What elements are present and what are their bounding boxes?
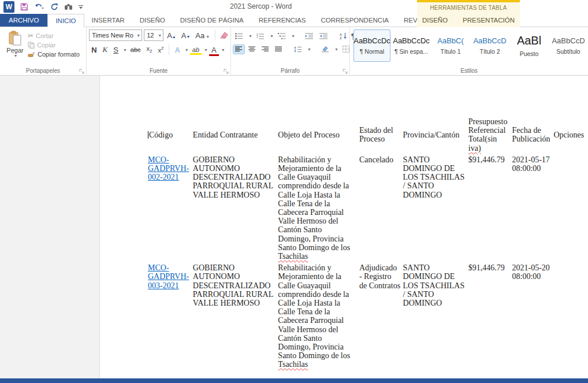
misspelled-word: iva) xyxy=(468,144,481,153)
increase-indent-icon[interactable] xyxy=(318,32,330,40)
find-icon[interactable] xyxy=(64,1,73,13)
shading-icon[interactable] xyxy=(319,44,331,54)
style-puesto[interactable]: AaBl Puesto xyxy=(511,29,548,62)
font-group-label: Fuente xyxy=(87,68,230,74)
tab-diseno[interactable]: DISEÑO xyxy=(132,14,173,27)
header-objeto: Objeto del Proceso xyxy=(278,117,359,153)
style-subtitulo[interactable]: AaBbCcD Subtítulo xyxy=(550,29,587,62)
underline-dropdown-icon[interactable]: ▼ xyxy=(123,48,127,52)
group-portapapeles: Pegar ▼ ✂ Cortar Copiar Copiar formato P… xyxy=(0,27,87,75)
italic-button[interactable]: K xyxy=(101,45,110,54)
subscript-button[interactable]: x2 xyxy=(144,45,155,54)
table-row: MCO-GADPRVH-002-2021 GOBIERNO AUTONOMO D… xyxy=(148,153,588,261)
table-row: MCO-GADPRVH-003-2021 GOBIERNO AUTONOMO D… xyxy=(148,261,588,369)
tab-diseno-de-pagina[interactable]: DISEÑO DE PÁGINA xyxy=(173,14,251,27)
tab-inicio[interactable]: INICIO xyxy=(47,14,84,27)
style-sin-espaciado[interactable]: AaBbCcDc ¶ Sin espa... xyxy=(393,29,430,62)
sort-icon[interactable]: AZ xyxy=(338,31,349,40)
redo-icon[interactable] xyxy=(50,1,58,13)
cell-presupuesto: $91,446.79 xyxy=(468,153,512,261)
underline-button[interactable]: S xyxy=(111,46,121,54)
decrease-indent-icon[interactable] xyxy=(303,32,315,40)
multilevel-list-icon[interactable] xyxy=(276,32,288,40)
header-codigo: Código xyxy=(148,117,193,153)
font-name-dropdown-icon: ▼ xyxy=(136,34,140,38)
paragraph-dialog-launcher-icon[interactable] xyxy=(343,69,348,74)
superscript-button[interactable]: x2 xyxy=(156,46,166,54)
copy-button[interactable]: Copiar xyxy=(28,42,80,49)
header-estado: Estado del Proceso xyxy=(359,117,403,153)
cell-fecha: 2021-05-17 08:00:00 xyxy=(512,153,554,261)
header-provincia: Provincia/Cantón xyxy=(403,117,468,153)
process-link[interactable]: MCO-GADPRVH-003-2021 xyxy=(148,263,189,289)
tab-archivo[interactable]: ARCHIVO xyxy=(0,14,47,27)
contextual-tabs: DISEÑO PRESENTACIÓN xyxy=(417,14,520,27)
text-effects-icon[interactable]: A xyxy=(172,46,182,54)
shrink-font-button[interactable]: A▼ xyxy=(180,31,192,40)
numbering-icon[interactable]: 12 xyxy=(255,32,266,40)
cell-provincia: SANTO DOMINGO DE LOS TSACHILAS / SANTO D… xyxy=(403,261,468,369)
justify-button[interactable] xyxy=(273,45,284,54)
font-dialog-launcher-icon[interactable] xyxy=(224,69,229,74)
cell-entidad: GOBIERNO AUTONOMO DESCENTRALIZADO PARROQ… xyxy=(193,153,278,261)
align-right-button[interactable] xyxy=(260,45,271,54)
status-bar xyxy=(0,378,588,383)
format-painter-button[interactable]: Copiar formato xyxy=(28,50,80,58)
cell-presupuesto: $91,446.79 xyxy=(468,261,512,369)
tab-insertar[interactable]: INSERTAR xyxy=(84,14,132,27)
tab-referencias[interactable]: REFERENCIAS xyxy=(251,14,314,27)
ribbon: Pegar ▼ ✂ Cortar Copiar Copiar formato P… xyxy=(0,27,588,76)
bullets-icon[interactable] xyxy=(233,32,245,40)
cell-fecha: 2021-05-20 08:00:00 xyxy=(512,261,554,369)
cell-opciones xyxy=(553,261,588,369)
change-case-button[interactable]: Aa▼ xyxy=(193,31,211,40)
document-area: Código Entidad Contratante Objeto del Pr… xyxy=(0,76,588,378)
style-titulo-2[interactable]: AaBbCcD Título 2 xyxy=(471,29,508,62)
bold-button[interactable]: N xyxy=(89,46,99,54)
table-tools-header: HERRAMIENTAS DE TABLA xyxy=(417,0,520,14)
strikethrough-button[interactable]: abc xyxy=(128,46,143,53)
paste-label: Pegar xyxy=(6,47,23,54)
cut-button[interactable]: ✂ Cortar xyxy=(28,32,80,40)
format-painter-label: Copiar formato xyxy=(38,51,80,58)
tab-table-diseno[interactable]: DISEÑO xyxy=(415,14,455,27)
style-titulo-1[interactable]: AaBbC( Título 1 xyxy=(432,29,469,62)
cut-label: Cortar xyxy=(36,32,54,39)
ribbon-tab-row: ARCHIVO INICIO INSERTAR DISEÑO DISEÑO DE… xyxy=(0,14,588,27)
cell-estado: Adjudicado - Registro de Contratos xyxy=(359,261,403,369)
save-icon[interactable] xyxy=(20,1,28,13)
title-bar: W 2021 Sercop - Word HERRAMIENTAS DE TAB… xyxy=(0,0,588,14)
styles-group-label: Estilos xyxy=(350,68,588,74)
cell-estado: Cancelado xyxy=(359,153,403,261)
format-painter-icon xyxy=(28,50,35,58)
font-size-combobox[interactable]: 12 ▼ xyxy=(144,29,163,41)
group-parrafo: ▼ 12▼ ▼ AZ ¶ ▼ ▼ ▼ Párrafo xyxy=(231,27,350,75)
style-normal[interactable]: AaBbCcDc ¶ Normal xyxy=(353,29,390,62)
customize-qat-icon[interactable] xyxy=(79,1,83,13)
highlight-color-icon[interactable]: ab xyxy=(190,46,202,53)
window-title: 2021 Sercop - Word xyxy=(230,2,292,10)
header-presupuesto: Presupuesto Referencial Total(sin iva) xyxy=(468,117,512,153)
copy-icon xyxy=(28,42,35,49)
scissors-icon: ✂ xyxy=(28,32,34,40)
document-page[interactable]: Código Entidad Contratante Objeto del Pr… xyxy=(99,76,588,378)
tab-correspondencia[interactable]: CORRESPONDENCIA xyxy=(313,14,396,27)
process-link[interactable]: MCO-GADPRVH-002-2021 xyxy=(148,155,189,181)
clipboard-dialog-launcher-icon[interactable] xyxy=(79,69,84,74)
group-fuente: Times New Ro ▼ 12 ▼ A▲ A▼ Aa▼ N K S ▼ ab… xyxy=(87,27,231,75)
clear-formatting-eraser-icon[interactable] xyxy=(219,31,228,39)
misspelled-word: Tsachilas xyxy=(278,360,308,369)
tab-table-presentacion[interactable]: PRESENTACIÓN xyxy=(455,14,522,27)
line-spacing-icon[interactable] xyxy=(292,45,304,54)
font-size-dropdown-icon: ▼ xyxy=(158,34,162,38)
paste-button[interactable]: Pegar ▼ xyxy=(2,29,28,66)
undo-icon[interactable] xyxy=(34,1,44,13)
font-name-value: Times New Ro xyxy=(92,32,133,39)
grow-font-button[interactable]: A▲ xyxy=(165,31,178,40)
cell-objeto: Rehabilitación y Mejoramiento de la Call… xyxy=(278,261,359,369)
align-left-button[interactable] xyxy=(233,45,244,54)
font-name-combobox[interactable]: Times New Ro ▼ xyxy=(89,29,142,41)
paste-dropdown-icon[interactable]: ▼ xyxy=(14,54,18,58)
align-center-button[interactable] xyxy=(247,45,258,54)
font-color-icon[interactable]: A xyxy=(209,46,219,54)
